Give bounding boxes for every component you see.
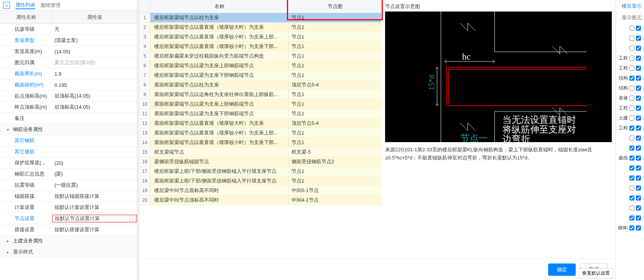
layer-checkbox-1[interactable] xyxy=(636,66,641,71)
layer-row[interactable]: 砌体墙 xyxy=(616,223,644,233)
ok-button[interactable]: 确定 xyxy=(548,263,576,276)
layer-checkbox-2[interactable] xyxy=(629,176,634,181)
prop-row[interactable]: 抗震等级(一级抗震) xyxy=(0,180,137,191)
layer-checkbox-2[interactable] xyxy=(629,126,634,131)
layer-checkbox-2[interactable] xyxy=(629,225,634,230)
layer-checkbox-2[interactable] xyxy=(629,186,634,191)
node-table-row[interactable]: 11屋面框架梁端节点以梁为支座下部钢筋端节点节点1 xyxy=(140,109,381,119)
layer-checkbox-1[interactable] xyxy=(636,146,641,151)
prop-row[interactable]: 截面周长(m)1.9 xyxy=(0,68,137,80)
node-table-row[interactable]: 1楼层框架梁端节点以柱为支座节点1 xyxy=(140,13,381,23)
layer-row[interactable]: 工程 xyxy=(616,53,644,63)
layer-row[interactable] xyxy=(616,143,644,153)
node-table-row[interactable]: 12屋面框架梁端节点以垂直墙（墙厚较大时）为支座顶层节点5-4 xyxy=(140,119,381,128)
layer-checkbox-1[interactable] xyxy=(636,215,641,220)
layer-checkbox-1[interactable] xyxy=(636,126,641,131)
layer-checkbox-1[interactable] xyxy=(636,76,641,81)
layer-row[interactable]: 工程 xyxy=(616,63,644,73)
layer-row[interactable] xyxy=(616,193,644,203)
layer-checkbox-2[interactable] xyxy=(629,96,634,101)
prop-row[interactable]: 泵送类型(混凝土泵) xyxy=(0,35,137,46)
node-table-row[interactable]: 4楼层框架梁端节点以垂直墙（墙厚较小时）为支座下部...节点1 xyxy=(140,42,381,51)
group-civil[interactable]: ▸土建业务属性 xyxy=(0,235,137,247)
layer-row[interactable]: 结构 xyxy=(616,73,644,83)
layer-checkbox-1[interactable] xyxy=(636,26,641,31)
prop-row[interactable]: 截面面积(m²)0.195 xyxy=(0,80,137,91)
layer-checkbox-1[interactable] xyxy=(636,186,641,191)
layer-checkbox-1[interactable] xyxy=(636,205,641,210)
layer-row[interactable] xyxy=(616,203,644,213)
layer-checkbox-2[interactable] xyxy=(629,46,634,51)
layer-checkbox-1[interactable] xyxy=(636,96,641,101)
node-table-row[interactable]: 10屋面框架梁端节点以梁为支座上部钢筋端节点节点1 xyxy=(140,99,381,109)
layer-checkbox-2[interactable] xyxy=(629,56,634,61)
layer-checkbox-2[interactable] xyxy=(629,86,634,91)
layer-checkbox-2[interactable] xyxy=(629,146,634,151)
tab-properties[interactable]: 属性列表 xyxy=(15,2,35,9)
node-table-row[interactable]: 14屋面框架梁端节点以垂直墙（墙厚较小时）为支座下部...节点1 xyxy=(140,138,381,147)
node-table-row[interactable]: 18屋面框架梁上部/下部/侧面受扭钢筋锚入平行墙支座节点节点1 xyxy=(140,176,381,186)
layer-checkbox-2[interactable] xyxy=(629,36,634,41)
layer-checkbox-2[interactable] xyxy=(629,76,634,81)
node-table-row[interactable]: 13屋面框架梁端节点以垂直墙（墙厚较小时）为支座上部...节点1 xyxy=(140,128,381,138)
prop-row[interactable]: 起点顶标高(m)层顶标高(14.05) xyxy=(0,91,137,102)
layer-row[interactable]: 结构 xyxy=(616,83,644,93)
layer-checkbox-2[interactable] xyxy=(629,106,634,111)
layer-row[interactable]: 装修 xyxy=(616,93,644,103)
layer-checkbox-2[interactable] xyxy=(629,26,634,31)
prop-row[interactable]: 图元归属夏庄卫生院(第3层) xyxy=(0,57,137,68)
node-table-row[interactable]: 5楼层框架扁梁未穿过柱截面纵向受力筋端节点构造节点1 xyxy=(140,51,381,61)
node-table-row[interactable]: 16梁侧面受扭纵筋锚固节点侧面受扭钢筋节点2 xyxy=(140,157,381,167)
layer-checkbox-2[interactable] xyxy=(629,166,634,171)
layer-checkbox-1[interactable] xyxy=(636,46,641,51)
layer-checkbox-1[interactable] xyxy=(636,156,641,161)
node-table-row[interactable]: 19楼层梁中间节点底标高不同时中间5-1节点 xyxy=(140,186,381,196)
layer-checkbox-2[interactable] xyxy=(629,215,634,220)
prop-row[interactable]: 搭接设置按默认搭接设置计算 xyxy=(0,224,137,235)
node-table-row[interactable]: 6楼层框架梁端节点以梁为支座上部钢筋端节点节点1 xyxy=(140,61,381,71)
layer-checkbox-1[interactable] xyxy=(636,116,641,121)
group-rebar[interactable]: ▾钢筋业务属性 xyxy=(0,124,137,135)
node-table-row[interactable]: 8屋面框架梁端节点以柱为支座顶层节点5-4 xyxy=(140,80,381,90)
prop-row[interactable]: 计算设置按默认计算设置计算 xyxy=(0,202,137,213)
layer-checkbox-1[interactable] xyxy=(636,36,641,41)
node-table-row[interactable]: 20楼层梁中间节点顶标高不同时中间4-1节点 xyxy=(140,196,381,205)
node-table-row[interactable]: 15框支梁端节点框支梁-5 xyxy=(140,147,381,157)
node-table-row[interactable]: 2楼层框架梁端节点以垂直墙（墙厚较大时）为支座节点1 xyxy=(140,23,381,32)
prop-row[interactable]: 抗渗等级无 xyxy=(0,24,137,35)
layer-checkbox-2[interactable] xyxy=(629,66,634,71)
layer-checkbox-1[interactable] xyxy=(636,196,641,200)
restore-defaults-button[interactable]: 恢复默认设置 xyxy=(579,268,613,278)
prop-row[interactable]: 钢筋汇总信息(梁) xyxy=(0,169,137,180)
layer-row[interactable]: 土建 xyxy=(616,113,644,123)
layer-checkbox-1[interactable] xyxy=(636,56,641,61)
tab-drawings[interactable]: 图纸管理 xyxy=(41,2,61,9)
layer-checkbox-2[interactable] xyxy=(629,196,634,200)
node-table-row[interactable]: 3楼层框架梁端节点以垂直墙（墙厚较小时）为支座上部...节点1 xyxy=(140,32,381,42)
layer-row[interactable] xyxy=(616,183,644,193)
layer-checkbox-1[interactable] xyxy=(636,166,641,171)
layer-checkbox-1[interactable] xyxy=(636,225,641,230)
prop-row[interactable]: 其它箍筋 xyxy=(0,146,137,157)
prop-row[interactable]: 保护层厚度(...(20) xyxy=(0,157,137,169)
layers-tab[interactable]: 楼层显示 xyxy=(616,0,644,12)
layer-row[interactable] xyxy=(616,173,644,183)
tab-toggle-icon[interactable]: ≡ xyxy=(3,2,10,9)
layer-checkbox-1[interactable] xyxy=(636,176,641,181)
prop-row[interactable]: 终点顶标高(m)层顶标高(14.05) xyxy=(0,102,137,113)
layer-checkbox-2[interactable] xyxy=(629,205,634,210)
layer-row[interactable] xyxy=(616,33,644,43)
node-table-row[interactable]: 17楼层框架梁上部/下部/侧面受扭钢筋锚入平行墙支座节点节点1 xyxy=(140,167,381,176)
node-table-body[interactable]: 1楼层框架梁端节点以柱为支座节点12楼层框架梁端节点以垂直墙（墙厚较大时）为支座… xyxy=(140,13,381,258)
prop-row[interactable]: 备注 xyxy=(0,113,137,124)
layer-row[interactable]: 曲线 xyxy=(616,153,644,163)
group-display[interactable]: ▸显示样式 xyxy=(0,247,137,258)
layer-checkbox-1[interactable] xyxy=(636,86,641,91)
prop-row[interactable]: 锚固搭接按默认锚固搭接计算 xyxy=(0,191,137,202)
layer-checkbox-2[interactable] xyxy=(629,156,634,161)
more-button[interactable]: ··· xyxy=(129,216,136,221)
node-table-row[interactable]: 7楼层框架梁端节点以梁为支座下部钢筋端节点节点1 xyxy=(140,71,381,80)
layer-row[interactable] xyxy=(616,23,644,33)
layer-checkbox-1[interactable] xyxy=(636,136,641,141)
layer-row[interactable] xyxy=(616,43,644,53)
